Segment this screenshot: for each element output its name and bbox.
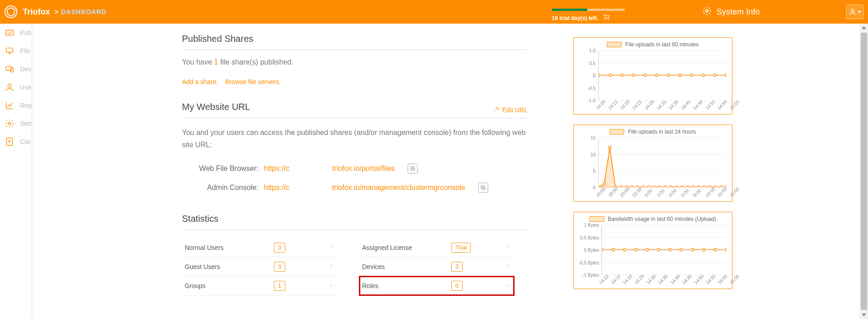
website-url-title: My Website URL (182, 102, 250, 112)
edit-url-button[interactable]: Edit URL (492, 106, 528, 114)
chevron-right-icon (328, 282, 334, 289)
svg-point-1 (851, 9, 854, 12)
stat-label: Assigned License (362, 244, 451, 251)
sidebar-item-label: Reports (20, 102, 31, 109)
stat-label: Roles (362, 282, 451, 289)
web-file-browser-input[interactable] (264, 164, 300, 173)
system-info-button[interactable]: System Info (702, 6, 760, 18)
brand-logo-icon (5, 5, 17, 18)
copy-button[interactable] (478, 183, 488, 193)
scroll-down-icon[interactable] (860, 311, 868, 319)
published-shares-section: Published Shares You have 1 file share(s… (182, 34, 528, 85)
legend-swatch (610, 129, 624, 135)
stat-badge: 3 (451, 262, 463, 272)
add-share-link[interactable]: Add a share. (182, 78, 218, 85)
breadcrumb-brand[interactable]: Triofox (23, 7, 50, 17)
legend-swatch (590, 216, 604, 222)
user-icon (848, 8, 857, 16)
vertical-scrollbar[interactable] (860, 24, 868, 319)
chart-bandwidth-usage-in-last-60-minutes-upload-: Bandwidth usage in last 60 minutes (Uplo… (573, 212, 732, 289)
browse-file-servers-link[interactable]: Browse file servers. (225, 78, 281, 85)
chart-file-uploads-in-last-60-minutes: File uploads in last 60 minutes1.00.50-0… (573, 37, 732, 115)
chart-title: File uploads in last 24 hours (576, 129, 729, 135)
sidebar-item-label: Published Shares (20, 29, 31, 36)
web-file-browser-row: Web File Browser: triofox.io/portal/file… (182, 159, 528, 178)
charts-column: File uploads in last 60 minutes1.00.50-0… (573, 34, 732, 319)
chevron-right-icon (506, 244, 511, 251)
stat-badge: Trial (451, 243, 471, 253)
chevron-right-icon (328, 244, 334, 251)
gear-icon (702, 6, 712, 18)
chevron-right-icon (506, 263, 511, 270)
copy-icon (409, 165, 416, 172)
stat-badge: 3 (274, 262, 285, 272)
scrollbar-thumb[interactable] (861, 33, 867, 310)
stat-row-groups[interactable]: Groups1 (182, 276, 337, 295)
published-shares-title: Published Shares (182, 34, 528, 44)
stat-badge: 0 (451, 281, 463, 291)
copy-icon (480, 184, 486, 191)
sidebar-item-label: File Servers (20, 47, 31, 55)
chart-title: File uploads in last 60 minutes (576, 41, 729, 48)
share-count: 1 (214, 58, 218, 66)
stat-label: Groups (185, 282, 274, 289)
stats-col-left: Normal Users3Guest Users3Groups1 (182, 238, 337, 295)
statistics-section: Statistics Normal Users3Guest Users3Grou… (182, 214, 528, 295)
svg-point-28 (608, 146, 611, 149)
website-url-description: You and your users can access the publis… (182, 126, 528, 151)
url-label: Admin Console: (182, 184, 264, 192)
chart-title: Bandwidth usage in last 60 minutes (Uplo… (576, 216, 729, 222)
svg-rect-2 (6, 30, 14, 35)
admin-console-input[interactable] (264, 184, 300, 192)
sidebar-item-label: Devices (20, 65, 31, 73)
trial-status[interactable]: 16 trial day(s) left. (552, 9, 625, 22)
url-suffix: triofox.io/management/clustermgrconsole (332, 184, 465, 192)
stat-label: Guest Users (185, 263, 274, 270)
published-shares-summary: You have 1 file share(s) published. (182, 58, 528, 66)
url-suffix: triofox.io/portal/files (332, 164, 395, 173)
copy-button[interactable] (408, 164, 418, 174)
stat-badge: 1 (274, 281, 285, 291)
svg-point-6 (8, 84, 11, 87)
svg-point-27 (603, 183, 606, 185)
stat-row-guest-users[interactable]: Guest Users3 (182, 257, 337, 276)
caret-down-icon (858, 11, 861, 13)
sidebar-item-devices[interactable]: Devices (0, 60, 31, 78)
legend-swatch (607, 42, 621, 47)
svg-marker-25 (599, 148, 727, 187)
top-bar: Triofox > DASHBOARD 16 trial day(s) left… (0, 0, 868, 24)
stat-label: Devices (362, 263, 451, 270)
sidebar-item-reports[interactable]: Reports (0, 96, 31, 115)
stat-row-roles[interactable]: Roles0 (359, 276, 514, 295)
svg-rect-5 (11, 68, 14, 72)
url-label: Web File Browser: (182, 164, 264, 173)
admin-console-row: Admin Console: triofox.io/management/clu… (182, 178, 528, 197)
stat-row-devices[interactable]: Devices3 (359, 257, 514, 276)
sidebar-item-label: Client Download (20, 138, 31, 145)
stat-row-assigned-license[interactable]: Assigned LicenseTrial (359, 238, 514, 257)
sidebar-item-settings[interactable]: Settings (0, 115, 31, 133)
breadcrumb-separator: > (55, 8, 58, 15)
chevron-right-icon (506, 282, 511, 289)
sidebar: Published Shares File Servers Devices Us… (0, 24, 32, 319)
stats-col-right: Assigned LicenseTrialDevices3Roles0 (359, 238, 514, 295)
breadcrumb-page[interactable]: DASHBOARD (61, 8, 106, 15)
sidebar-item-client-download[interactable]: Client Download (0, 133, 31, 151)
svg-point-0 (706, 10, 708, 12)
chart-file-uploads-in-last-24-hours: File uploads in last 24 hours15105016:00… (573, 125, 732, 202)
tools-icon (492, 106, 500, 114)
trial-progress-bar (552, 9, 625, 11)
stat-label: Normal Users (185, 244, 274, 251)
user-menu-button[interactable] (846, 5, 863, 19)
sidebar-item-label: Users (20, 84, 31, 91)
sidebar-item-published-shares[interactable]: Published Shares (0, 24, 31, 42)
sidebar-item-file-servers[interactable]: File Servers (0, 42, 31, 60)
sidebar-item-users[interactable]: Users (0, 78, 31, 96)
system-info-label: System Info (717, 7, 760, 17)
statistics-title: Statistics (182, 214, 528, 224)
stat-badge: 3 (274, 243, 285, 253)
scroll-up-icon[interactable] (860, 24, 868, 32)
website-url-section: My Website URL Edit URL You and your use… (182, 102, 528, 197)
stat-row-normal-users[interactable]: Normal Users3 (182, 238, 337, 257)
cart-icon[interactable] (603, 14, 610, 22)
